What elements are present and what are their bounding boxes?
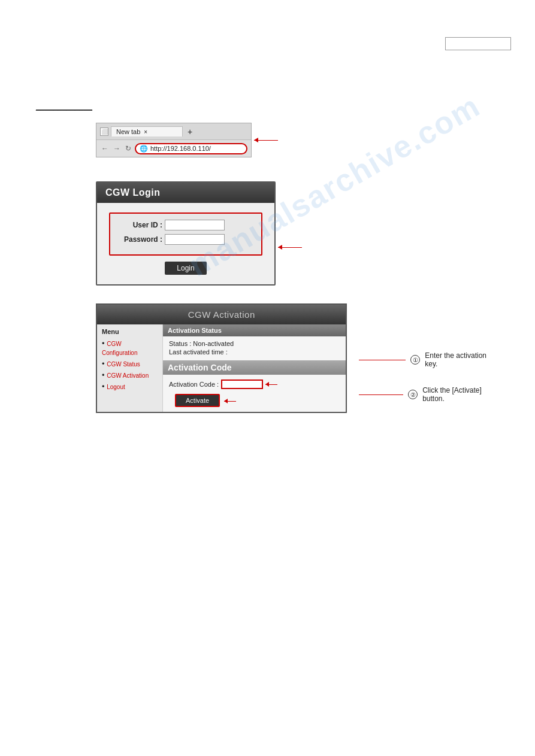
url-arrow bbox=[254, 140, 278, 141]
sidebar-item-cgw-configuration[interactable]: CGW Configuration bbox=[102, 339, 158, 357]
sidebar-title: Menu bbox=[102, 328, 158, 335]
cgw-configuration-link[interactable]: CGW Configuration bbox=[102, 341, 137, 356]
activation-box: CGW Activation Menu CGW Configuration CG… bbox=[96, 303, 347, 413]
activation-code-label: Activation Code : bbox=[169, 381, 219, 388]
login-button-row: Login bbox=[109, 262, 262, 275]
activation-code-bar: Activation Code bbox=[163, 360, 346, 375]
tab-label: New tab bbox=[116, 128, 140, 135]
logout-link[interactable]: Logout bbox=[107, 384, 125, 390]
annotations-area: ① Enter the activation key. ② Click the … bbox=[347, 303, 499, 403]
browser-screenshot-section: ⬜ New tab × + ← → ↻ 🌐 http://192.168.0.1… bbox=[96, 123, 499, 157]
step1-circle: ① bbox=[410, 355, 420, 365]
login-arrow bbox=[278, 220, 302, 248]
browser-titlebar: ⬜ New tab × + bbox=[96, 123, 251, 140]
sidebar-item-logout[interactable]: Logout bbox=[102, 382, 158, 391]
last-activated-label: Last activated time : bbox=[169, 348, 228, 356]
userid-row: User ID : bbox=[117, 220, 254, 230]
reload-button[interactable]: ↻ bbox=[124, 144, 132, 153]
browser-app-icon: ⬜ bbox=[100, 127, 108, 136]
annotation1-line bbox=[359, 360, 406, 360]
login-box: CGW Login User ID : Password : Login bbox=[96, 181, 276, 286]
forward-button[interactable]: → bbox=[112, 144, 122, 153]
activation-code-content: Activation Code : Activate bbox=[163, 375, 346, 412]
cgw-activation-link[interactable]: CGW Activation bbox=[107, 372, 149, 379]
browser-window: ⬜ New tab × + ← → ↻ 🌐 http://192.168.0.1… bbox=[96, 123, 252, 157]
activation-title: CGW Activation bbox=[97, 305, 346, 324]
status-row: Status : Non-activated bbox=[169, 340, 340, 347]
url-text: http://192.168.0.110/ bbox=[150, 145, 211, 152]
tab-close-button[interactable]: × bbox=[144, 129, 147, 135]
code-input-row: Activation Code : bbox=[169, 379, 340, 389]
activate-button[interactable]: Activate bbox=[175, 394, 220, 407]
browser-nav: ← → ↻ 🌐 http://192.168.0.110/ bbox=[96, 140, 251, 157]
activation-body: Menu CGW Configuration CGW Status CGW Ac… bbox=[97, 324, 346, 412]
userid-label: User ID : bbox=[117, 221, 162, 229]
section-reference: _____________ bbox=[36, 102, 92, 111]
activation-code-input[interactable] bbox=[221, 379, 263, 389]
login-fields-container: User ID : Password : bbox=[109, 212, 262, 256]
step2-text: Click the [Activate] button. bbox=[422, 386, 499, 403]
activation-section-wrapper: CGW Activation Menu CGW Configuration CG… bbox=[96, 303, 499, 413]
annotation-step1: ① Enter the activation key. bbox=[359, 351, 499, 368]
back-button[interactable]: ← bbox=[100, 144, 110, 153]
login-button[interactable]: Login bbox=[165, 262, 206, 275]
url-bar[interactable]: 🌐 http://192.168.0.110/ bbox=[135, 143, 247, 154]
globe-icon: 🌐 bbox=[140, 145, 148, 153]
step1-text: Enter the activation key. bbox=[425, 351, 499, 368]
cgw-status-link[interactable]: CGW Status bbox=[107, 361, 140, 368]
annotation-step2: ② Click the [Activate] button. bbox=[359, 386, 499, 403]
status-value: Non-activated bbox=[193, 340, 234, 347]
activation-status-content: Status : Non-activated Last activated ti… bbox=[163, 336, 346, 360]
browser-tab[interactable]: New tab × bbox=[111, 126, 183, 136]
last-activated-row: Last activated time : bbox=[169, 348, 340, 356]
activation-sidebar: Menu CGW Configuration CGW Status CGW Ac… bbox=[97, 324, 163, 412]
status-label: Status : bbox=[169, 340, 191, 347]
step2-circle: ② bbox=[408, 390, 418, 399]
activate-button-row: Activate bbox=[169, 394, 340, 407]
top-right-box bbox=[445, 37, 511, 50]
new-tab-button[interactable]: + bbox=[185, 127, 195, 136]
annotation2-line bbox=[359, 394, 403, 395]
password-input[interactable] bbox=[165, 234, 225, 245]
login-title: CGW Login bbox=[97, 183, 274, 203]
login-section: CGW Login User ID : Password : Login bbox=[96, 181, 499, 286]
sidebar-item-cgw-activation[interactable]: CGW Activation bbox=[102, 371, 158, 379]
activation-status-bar: Activation Status bbox=[163, 324, 346, 336]
password-label: Password : bbox=[117, 235, 162, 244]
password-row: Password : bbox=[117, 234, 254, 245]
userid-input[interactable] bbox=[165, 220, 225, 230]
sidebar-links: CGW Configuration CGW Status CGW Activat… bbox=[102, 339, 158, 391]
sidebar-item-cgw-status[interactable]: CGW Status bbox=[102, 359, 158, 368]
login-form: User ID : Password : Login bbox=[97, 203, 274, 284]
activation-main: Activation Status Status : Non-activated… bbox=[163, 324, 346, 412]
